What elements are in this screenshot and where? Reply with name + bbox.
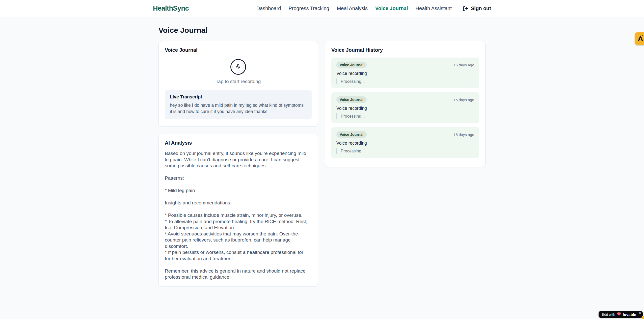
lovable-badge-name: lovable	[623, 312, 636, 317]
page-title: Voice Journal	[158, 26, 486, 35]
entry-type-badge: Voice Journal	[336, 62, 367, 68]
main-content: Voice Journal Voice Journal	[158, 17, 486, 287]
browser-extension-tab[interactable]	[635, 32, 644, 45]
ai-analysis-title: AI Analysis	[165, 140, 312, 146]
edit-with-lovable-badge[interactable]: Edit with lovable ✕	[599, 311, 643, 318]
nav-item-progress-tracking[interactable]: Progress Tracking	[288, 6, 329, 11]
nav-item-meal-analysis[interactable]: Meal Analysis	[337, 6, 368, 11]
entry-type-badge: Voice Journal	[336, 131, 367, 138]
sign-out-button[interactable]: Sign out	[463, 6, 491, 11]
record-button[interactable]	[230, 59, 246, 75]
history-entry-header: Voice Journal 15 days ago	[336, 131, 474, 138]
entry-timestamp: 15 days ago	[453, 132, 474, 137]
entry-summary: Voice recording	[336, 71, 474, 76]
entry-status: Processing...	[336, 113, 474, 119]
entry-status: Processing...	[336, 148, 474, 154]
app-logo[interactable]: HealthSync	[153, 5, 189, 12]
corner-widget-sliver	[642, 316, 644, 319]
nav-item-dashboard[interactable]: Dashboard	[256, 6, 281, 11]
main-nav: Dashboard Progress Tracking Meal Analysi…	[256, 6, 491, 11]
header-inner: HealthSync Dashboard Progress Tracking M…	[153, 0, 491, 17]
live-transcript-title: Live Transcript	[170, 94, 307, 100]
lovable-badge-prefix: Edit with	[602, 312, 615, 316]
history-entry[interactable]: Voice Journal 15 days ago Voice recordin…	[331, 127, 479, 158]
voice-journal-history-card: Voice Journal History Voice Journal 15 d…	[325, 41, 486, 167]
tap-to-record-hint: Tap to start recording	[216, 79, 261, 84]
entry-summary: Voice recording	[336, 106, 474, 111]
ai-analysis-body: Based on your journal entry, it sounds l…	[165, 150, 312, 280]
entry-status: Processing...	[336, 78, 474, 84]
entry-timestamp: 15 days ago	[453, 63, 474, 67]
nav-item-health-assistant[interactable]: Health Assistant	[416, 6, 452, 11]
entry-summary: Voice recording	[336, 141, 474, 146]
left-column: Voice Journal Tap to start recording	[158, 41, 318, 287]
sign-out-label: Sign out	[471, 6, 491, 11]
lambda-logo-icon	[637, 34, 644, 43]
nav-item-voice-journal[interactable]: Voice Journal	[375, 6, 408, 11]
voice-journal-card-title: Voice Journal	[165, 47, 312, 53]
close-icon[interactable]: ✕	[639, 311, 641, 314]
content-grid: Voice Journal Tap to start recording	[158, 41, 486, 287]
history-entry-header: Voice Journal 15 days ago	[336, 62, 474, 68]
entry-type-badge: Voice Journal	[336, 96, 367, 103]
history-entry[interactable]: Voice Journal 15 days ago Voice recordin…	[331, 58, 479, 88]
history-entry-header: Voice Journal 15 days ago	[336, 96, 474, 103]
mic-icon	[235, 64, 241, 70]
recorder-area: Tap to start recording Live Transcript h…	[165, 58, 312, 120]
history-list: Voice Journal 15 days ago Voice recordin…	[331, 58, 479, 158]
header: HealthSync Dashboard Progress Tracking M…	[0, 0, 644, 17]
lovable-heart-icon	[617, 312, 621, 317]
live-transcript-text: hey so like I do have a mild pain in my …	[170, 102, 307, 115]
log-out-icon	[463, 6, 468, 11]
entry-timestamp: 15 days ago	[453, 98, 474, 102]
ai-analysis-card: AI Analysis Based on your journal entry,…	[158, 134, 318, 287]
live-transcript-box: Live Transcript hey so like I do have a …	[165, 90, 312, 119]
history-entry[interactable]: Voice Journal 15 days ago Voice recordin…	[331, 92, 479, 123]
voice-journal-card: Voice Journal Tap to start recording	[158, 41, 318, 127]
history-card-title: Voice Journal History	[331, 47, 479, 53]
